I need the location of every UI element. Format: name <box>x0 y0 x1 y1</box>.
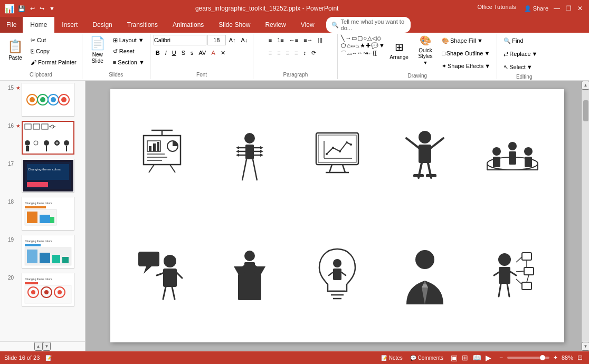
shape-elbow[interactable]: ⌐ <box>368 50 372 58</box>
replace-button[interactable]: ⇄ Replace ▼ <box>500 48 548 60</box>
shape-callout[interactable]: 💬 <box>371 42 378 49</box>
close-button[interactable]: ✕ <box>575 4 585 13</box>
shape-freeform[interactable]: ⌓ <box>347 50 352 58</box>
shape-rtriangle[interactable]: ◁ <box>372 35 376 42</box>
shape-triangle[interactable]: △ <box>367 35 372 42</box>
normal-view-button[interactable]: ▣ <box>449 353 459 362</box>
icon-podium[interactable] <box>208 218 291 332</box>
shape-outline-button[interactable]: □ Shape Outline ▼ <box>439 47 493 59</box>
section-button[interactable]: ≡ Section ▼ <box>111 57 147 68</box>
icon-lightbulb-person[interactable] <box>296 218 378 332</box>
reading-view-button[interactable]: 📖 <box>471 353 483 362</box>
tab-review[interactable]: Review <box>258 17 293 33</box>
shape-brace[interactable]: { <box>373 50 375 58</box>
fit-slide-button[interactable]: ⊡ <box>575 353 585 362</box>
select-button[interactable]: ↖ Select ▼ <box>500 61 548 73</box>
shape-circle[interactable]: ○ <box>363 35 367 42</box>
shape-parallelogram[interactable]: ▱ <box>351 42 355 49</box>
tab-animations[interactable]: Animations <box>165 17 211 33</box>
slide-thumb-18[interactable]: 18 ★ Changing theme colors <box>0 195 85 233</box>
shape-diamond[interactable]: ◇ <box>377 35 381 42</box>
italic-button[interactable]: I <box>163 47 169 58</box>
shape-star[interactable]: ★ <box>360 42 365 49</box>
icon-group-meeting[interactable] <box>471 100 554 213</box>
clear-format-button[interactable]: ✕ <box>218 47 227 58</box>
shape-more[interactable]: ▼ <box>379 42 385 49</box>
shape-effects-button[interactable]: ✦ Shape Effects ▼ <box>439 60 493 72</box>
shape-rect[interactable]: ▭ <box>352 35 357 42</box>
share-button[interactable]: 👤 Share <box>522 4 550 13</box>
icon-person-arrows[interactable] <box>208 100 291 213</box>
icon-presentation-board[interactable] <box>121 100 203 213</box>
shape-arc[interactable]: ⌢ <box>353 50 356 58</box>
layout-button[interactable]: ⊞ Layout ▼ <box>111 35 147 45</box>
reset-button[interactable]: ↺ Reset <box>111 46 147 56</box>
notes-button[interactable]: 📝 Notes <box>379 354 404 362</box>
quick-styles-button[interactable]: 🎨 QuickStyles ▼ <box>413 35 438 65</box>
slide-thumb-15[interactable]: 15 ★ <box>0 81 85 119</box>
customize-qat-button[interactable]: ▼ <box>48 4 56 13</box>
strikethrough-button[interactable]: S <box>179 47 187 58</box>
text-direction-button[interactable]: ⟳ <box>309 47 318 58</box>
underline-button[interactable]: U <box>170 47 178 58</box>
slide-canvas[interactable] <box>110 89 564 342</box>
shape-curve[interactable]: ⌒ <box>341 50 347 58</box>
scroll-down-button[interactable]: ▼ <box>43 342 51 351</box>
align-right-button[interactable]: ≡ <box>284 47 291 58</box>
zoom-in-button[interactable]: + <box>552 353 559 362</box>
tab-view[interactable]: View <box>293 17 322 33</box>
shape-cross[interactable]: ✚ <box>366 42 370 49</box>
slide-thumb-17[interactable]: 17 ★ Changing theme colors <box>0 157 85 195</box>
justify-button[interactable]: ≡ <box>292 47 300 58</box>
office-tutorials-link[interactable]: Office Tutorials <box>477 4 516 13</box>
slide-thumb-19[interactable]: 19 ★ Changing theme colors <box>0 233 85 271</box>
tab-file[interactable]: File <box>0 17 23 33</box>
align-left-button[interactable]: ≡ <box>267 47 274 58</box>
icon-monitor-chart[interactable] <box>296 100 378 213</box>
slide-thumb-16[interactable]: 16 ★ <box>0 119 85 157</box>
tab-insert[interactable]: Insert <box>54 17 85 33</box>
slide-panel[interactable]: 15 ★ 16 ★ <box>0 81 86 351</box>
shape-arrow[interactable]: → <box>345 35 351 42</box>
copy-button[interactable]: ⎘ Copy <box>28 46 79 56</box>
columns-button[interactable]: ||| <box>316 35 325 45</box>
bullets-button[interactable]: ≡ <box>267 35 274 45</box>
paste-button[interactable]: 📋 Paste <box>3 35 27 65</box>
font-color-button[interactable]: A <box>209 47 217 58</box>
decrease-font-button[interactable]: A↓ <box>239 35 250 45</box>
format-painter-button[interactable]: 🖌 Format Painter <box>28 57 79 68</box>
new-slide-button[interactable]: 📄 New Slide <box>86 35 110 65</box>
scroll-thumb-vertical[interactable] <box>583 100 588 121</box>
notes-view-button[interactable]: 📝 <box>44 354 53 362</box>
icon-person-network[interactable] <box>471 218 554 332</box>
slideshow-button[interactable]: ▶ <box>484 353 493 362</box>
shape-2arrow[interactable]: ↔ <box>357 50 363 58</box>
shape-line[interactable]: ╲ <box>341 35 345 42</box>
char-spacing-button[interactable]: AV <box>197 47 208 58</box>
minimize-button[interactable]: — <box>552 4 562 13</box>
line-spacing-button[interactable]: ↕ <box>301 47 308 58</box>
comments-button[interactable]: 💬 Comments <box>408 354 445 362</box>
redo-button[interactable]: ↪ <box>38 4 46 13</box>
shape-trapezoid[interactable]: ⏢ <box>356 42 359 49</box>
font-name-input[interactable] <box>154 35 206 45</box>
tab-home[interactable]: Home <box>23 17 54 33</box>
slide-thumb-20[interactable]: 20 ★ Changing theme colors <box>0 271 85 309</box>
zoom-out-button[interactable]: − <box>497 353 505 362</box>
font-size-input[interactable] <box>207 35 226 45</box>
align-center-button[interactable]: ≡ <box>275 47 282 58</box>
scroll-bottom-button[interactable]: ▼ <box>582 342 589 351</box>
zoom-slider[interactable] <box>507 357 549 359</box>
arrange-button[interactable]: ⊞ Arrange <box>386 35 412 65</box>
restore-button[interactable]: ❐ <box>564 4 573 13</box>
shape-pentagon[interactable]: ⬠ <box>341 42 346 49</box>
scroll-up-button[interactable]: ▲ <box>34 342 43 351</box>
scroll-top-button[interactable]: ▲ <box>582 81 589 90</box>
tab-transitions[interactable]: Transitions <box>120 17 165 33</box>
cut-button[interactable]: ✂ Cut <box>28 35 79 45</box>
bold-button[interactable]: B <box>154 47 162 58</box>
tell-me-box[interactable]: 🔍 Tell me what you want to do... <box>326 17 411 33</box>
shape-round-rect[interactable]: ▢ <box>357 35 363 42</box>
increase-font-button[interactable]: A↑ <box>227 35 238 45</box>
shape-bend[interactable]: ↝ <box>363 50 368 58</box>
